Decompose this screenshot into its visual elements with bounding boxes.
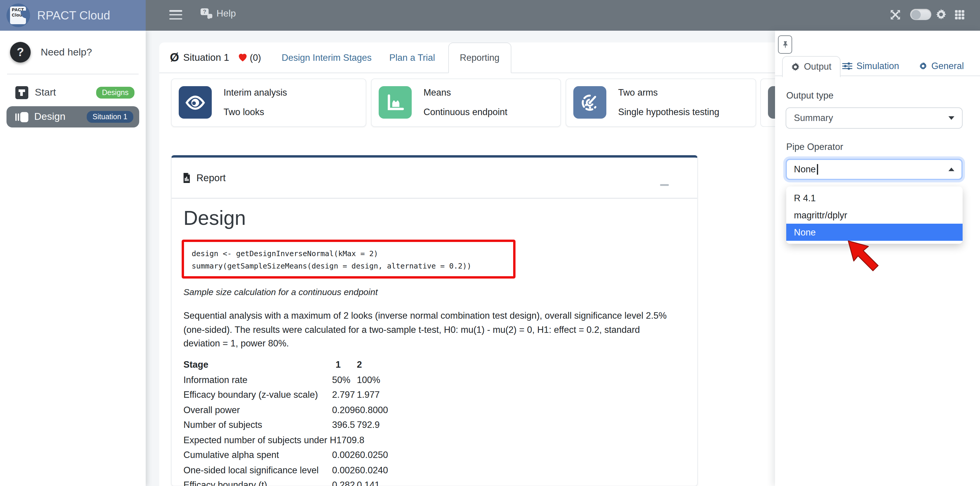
workspace-tab-bar: Ø Situation 1 (0) Design Interim Stages … (159, 43, 784, 73)
text-cursor (817, 164, 818, 175)
chevron-down-icon (948, 116, 955, 120)
card-title: Interim analysis (224, 88, 287, 98)
card-title: Two arms (618, 88, 719, 98)
card-subtitle: Single hypothesis testing (618, 107, 719, 118)
card-subtitle: Two looks (224, 107, 287, 118)
tab-plan-a-trial[interactable]: Plan a Trial (389, 52, 435, 63)
brand-header: PACT Cloud RPACT Cloud (0, 0, 146, 31)
table-row: Cumulative alpha spent0.00260.0250 (183, 450, 388, 465)
start-icon (15, 86, 28, 99)
table-row: Overall power0.20960.8000 (183, 405, 388, 420)
tab-simulation[interactable]: Simulation (842, 56, 899, 76)
card-two-arms[interactable]: Two arms Single hypothesis testing (566, 78, 756, 127)
table-row: Efficacy boundary (z-value scale)2.7971.… (183, 389, 388, 405)
tab-reporting[interactable]: Reporting (448, 43, 511, 73)
code-line: summary(getSampleSizeMeans(design = desi… (192, 260, 513, 272)
likes-count: (0) (250, 52, 261, 63)
pipe-operator-dropdown: R 4.1 magrittr/dplyr None (786, 186, 963, 244)
situation-badge: Situation 1 (87, 111, 133, 123)
tab-general[interactable]: General (919, 56, 964, 76)
pin-drawer-button[interactable] (778, 35, 792, 54)
chat-question-icon (199, 8, 213, 19)
card-means[interactable]: Means Continuous endpoint (371, 78, 561, 127)
report-caption: Sample size calculation for a continuous… (183, 287, 378, 297)
sidebar: ? Need help? Start Designs Design Situat… (0, 31, 146, 486)
gear-icon (791, 62, 800, 71)
table-row: Number of subjects396.5792.9 (183, 420, 388, 435)
tab-output[interactable]: Output (782, 56, 840, 77)
chevron-up-icon (948, 167, 955, 171)
apps-grid-icon[interactable] (955, 10, 965, 20)
drawer-tab-bar: Output Simulation General (775, 56, 980, 76)
app-title: RPACT Cloud (37, 8, 110, 22)
top-bar: PACT Cloud RPACT Cloud Help (0, 0, 980, 31)
minimize-button[interactable] (660, 184, 669, 186)
rpact-logo: PACT Cloud (6, 3, 30, 27)
sliders-icon (842, 62, 852, 70)
settings-gear-icon[interactable] (935, 9, 947, 20)
gears-icon (919, 62, 927, 70)
situation-icon: Ø (170, 51, 179, 64)
need-help-link[interactable]: Need help? (41, 47, 92, 59)
red-annotation-arrow (843, 238, 884, 274)
card-subtitle: Continuous endpoint (423, 107, 507, 118)
sidebar-item-start[interactable]: Start Designs (6, 83, 139, 102)
chart-area-icon (379, 86, 412, 119)
question-mark-icon[interactable]: ? (10, 42, 31, 62)
pipe-operator-label: Pipe Operator (786, 142, 843, 152)
situation-title: Situation 1 (183, 52, 229, 63)
output-type-label: Output type (786, 90, 834, 101)
col-header-1: 1 (332, 359, 357, 370)
output-type-select[interactable]: Summary (786, 107, 963, 129)
table-row: One-sided local significance level0.0026… (183, 465, 388, 480)
dark-mode-toggle[interactable] (910, 9, 931, 20)
sidebar-item-label: Start (35, 87, 56, 99)
app-root: ? (0, 0, 980, 486)
sidebar-item-label: Design (34, 111, 65, 123)
report-heading: Design (183, 207, 246, 229)
workspace-card: Ø Situation 1 (0) Design Interim Stages … (159, 43, 784, 486)
hamburger-menu-icon[interactable] (169, 10, 182, 22)
code-line: design <- getDesignInverseNormal(kMax = … (192, 247, 513, 260)
option-r41[interactable]: R 4.1 (786, 190, 963, 207)
heart-icon[interactable] (237, 53, 247, 62)
sidebar-item-design[interactable]: Design Situation 1 (6, 106, 139, 127)
report-panel: Report Design design <- getDesignInverse… (171, 155, 698, 486)
option-magrittr[interactable]: magrittr/dplyr (786, 207, 963, 224)
report-panel-title: Report (196, 172, 226, 183)
fullscreen-icon[interactable] (890, 10, 900, 20)
col-header-2: 2 (357, 359, 362, 370)
col-header-stage: Stage (183, 359, 332, 370)
help-button[interactable]: Help (199, 8, 236, 19)
target-icon (573, 86, 606, 119)
pipe-operator-combobox[interactable]: None (786, 159, 963, 180)
report-panel-header: Report (172, 158, 697, 199)
table-header-row: Stage12 (183, 359, 388, 374)
pin-icon (781, 41, 789, 48)
designs-badge: Designs (96, 87, 134, 99)
tab-design-interim-stages[interactable]: Design Interim Stages (282, 52, 372, 63)
sidebar-divider (7, 74, 138, 74)
table-row: Expected number of subjects under H1709.… (183, 435, 388, 450)
table-row: Efficacy boundary (t)0.2820.141 (183, 480, 388, 486)
design-summary-cards: Interim analysis Two looks Means Continu… (171, 78, 756, 127)
card-title: Means (423, 88, 507, 98)
design-icon (15, 111, 29, 123)
eye-icon (179, 86, 212, 119)
file-bar-chart-icon (182, 173, 192, 183)
table-row: Information rate50%100% (183, 374, 388, 389)
card-interim-analysis[interactable]: Interim analysis Two looks (171, 78, 366, 127)
r-code-block: design <- getDesignInverseNormal(kMax = … (182, 240, 515, 279)
report-paragraph: Sequential analysis with a maximum of 2 … (183, 309, 673, 350)
help-label: Help (216, 8, 236, 19)
results-table: Stage12 Information rate50%100% Efficacy… (183, 359, 388, 486)
